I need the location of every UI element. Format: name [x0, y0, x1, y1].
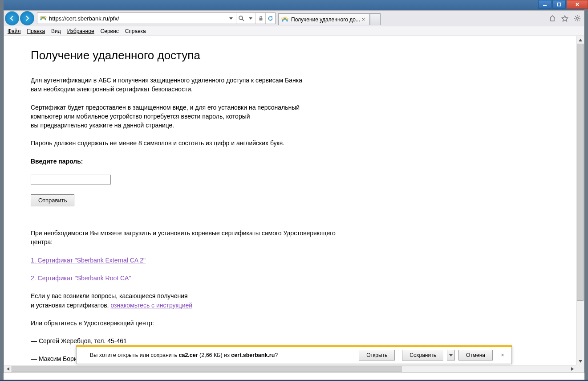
password-rules: Пароль должен содержать не менее 8 симво… — [31, 139, 553, 147]
forward-button[interactable] — [20, 11, 34, 25]
scroll-thumb-v[interactable] — [577, 44, 584, 301]
menu-help[interactable]: Справка — [125, 28, 146, 34]
svg-marker-8 — [249, 17, 252, 20]
intro-paragraph-2: Сертификат будет предоставлен в защищенн… — [31, 103, 553, 130]
minimize-button[interactable] — [538, 0, 552, 9]
page-viewport: Получение удаленного доступа Для аутенти… — [4, 36, 584, 373]
contact-center: Или обратитесь в Удостоверяющий центр: — [31, 319, 553, 328]
contact-1: — Сергей Жеребцов, тел. 45-461 — [31, 336, 553, 345]
svg-point-12 — [576, 17, 579, 20]
submit-button[interactable]: Отправить — [31, 194, 74, 206]
tab-active[interactable]: Получение удаленного до... × — [278, 13, 370, 25]
save-button[interactable]: Сохранить — [402, 350, 443, 361]
site-favicon-ie-icon — [39, 15, 47, 22]
download-notification-bar: Вы хотите открыть или сохранить ca2.cer … — [76, 346, 512, 364]
scroll-up-icon[interactable] — [576, 36, 584, 44]
password-label: Введите пароль: — [31, 157, 553, 166]
menu-edit[interactable]: Правка — [27, 28, 45, 34]
save-dropdown-button[interactable] — [447, 350, 455, 361]
home-icon[interactable] — [548, 14, 556, 22]
svg-marker-24 — [571, 367, 574, 371]
menu-view[interactable]: Вид — [51, 28, 61, 34]
svg-marker-22 — [579, 360, 582, 363]
menu-bar: Файл Правка Вид Избранное Сервис Справка — [4, 26, 584, 36]
favorites-icon[interactable] — [561, 14, 569, 22]
link-cert-external-ca2[interactable]: 1. Сертификат "Sberbank External CA 2" — [31, 257, 146, 264]
download-message: Вы хотите открыть или сохранить ca2.cer … — [77, 352, 355, 358]
svg-line-18 — [579, 20, 580, 20]
back-button[interactable] — [5, 11, 19, 25]
window-controls — [537, 0, 588, 10]
password-input[interactable] — [31, 175, 111, 184]
link-cert-root-ca[interactable]: 2. Сертификат "Sberbank Root CA" — [31, 274, 131, 282]
scroll-down-icon[interactable] — [576, 357, 584, 365]
page-title: Получение удаленного доступа — [31, 49, 553, 62]
scroll-thumb-h[interactable] — [12, 366, 401, 372]
horizontal-scrollbar[interactable] — [4, 365, 576, 373]
search-dropdown-icon[interactable] — [246, 13, 255, 24]
search-icon[interactable] — [236, 13, 246, 24]
tools-gear-icon[interactable] — [573, 14, 581, 22]
svg-line-17 — [575, 16, 576, 17]
lock-icon[interactable] — [255, 13, 265, 24]
svg-line-20 — [575, 20, 576, 20]
root-certs-intro: При необходимости Вы можете загрузить и … — [31, 229, 553, 247]
link-instructions[interactable]: ознакомьтесь с инструкцией — [110, 302, 192, 309]
address-bar[interactable] — [37, 12, 276, 24]
new-tab-button[interactable] — [370, 13, 381, 25]
svg-rect-9 — [259, 18, 262, 20]
svg-line-19 — [579, 16, 580, 17]
cancel-button[interactable]: Отмена — [458, 350, 493, 361]
svg-marker-10 — [272, 16, 273, 18]
open-button[interactable]: Открыть — [359, 350, 395, 361]
tab-title: Получение удаленного до... — [291, 16, 360, 23]
tab-favicon-ie-icon — [281, 16, 288, 23]
tab-close-icon[interactable]: × — [360, 16, 367, 23]
notification-close-icon[interactable]: × — [499, 352, 506, 358]
close-button[interactable] — [567, 0, 588, 9]
scroll-corner — [576, 365, 584, 373]
scroll-right-icon[interactable] — [568, 365, 576, 373]
refresh-icon[interactable] — [265, 13, 275, 24]
url-input[interactable] — [49, 13, 226, 23]
vertical-scrollbar[interactable] — [576, 36, 584, 365]
svg-marker-25 — [449, 354, 453, 356]
scroll-left-icon[interactable] — [4, 365, 12, 373]
svg-rect-1 — [558, 3, 561, 6]
svg-marker-23 — [7, 367, 9, 371]
dropdown-icon[interactable] — [226, 13, 236, 24]
page-content: Получение удаленного доступа Для аутенти… — [4, 36, 575, 373]
intro-paragraph-1: Для аутентификации в АБС и получения защ… — [31, 76, 553, 94]
menu-service[interactable]: Сервис — [101, 28, 119, 34]
maximize-button[interactable] — [552, 0, 566, 9]
menu-file[interactable]: Файл — [8, 28, 21, 34]
svg-marker-21 — [579, 39, 582, 41]
svg-marker-5 — [229, 17, 233, 20]
svg-line-7 — [242, 19, 244, 21]
menu-favorites[interactable]: Избранное — [67, 28, 94, 34]
svg-point-6 — [239, 16, 243, 20]
help-paragraph: Если у вас возникли вопросы, касающиеся … — [31, 291, 553, 310]
browser-toolbar: Получение удаленного до... × — [4, 10, 584, 26]
